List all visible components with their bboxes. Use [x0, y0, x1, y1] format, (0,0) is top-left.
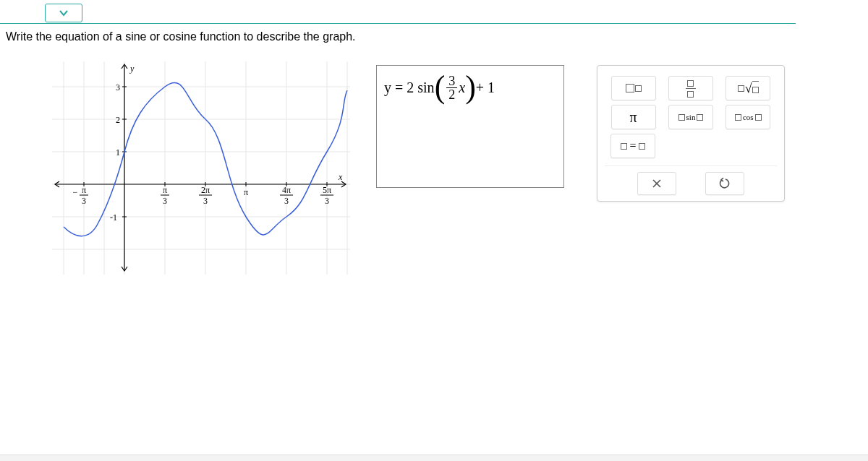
- svg-text:-1: -1: [110, 212, 117, 223]
- svg-text:π: π: [244, 187, 248, 197]
- svg-text:3: 3: [284, 196, 289, 206]
- accordion-toggle[interactable]: [45, 4, 82, 22]
- fraction-button[interactable]: [668, 76, 713, 100]
- math-toolbox: √ π sin cos =: [597, 65, 785, 202]
- instruction-text: Write the equation of a sine or cosine f…: [6, 30, 356, 43]
- eq-prefix: y = 2 sin: [384, 79, 435, 96]
- svg-text:2π: 2π: [201, 185, 210, 195]
- svg-text:3: 3: [82, 196, 86, 206]
- svg-text:3: 3: [163, 196, 167, 206]
- cos-button[interactable]: cos: [726, 105, 770, 129]
- bottom-scrollbar[interactable]: [0, 454, 868, 461]
- section-divider: [0, 23, 796, 24]
- svg-text:π: π: [82, 185, 86, 195]
- exponent-button[interactable]: [611, 76, 656, 100]
- left-paren: (: [435, 72, 446, 103]
- right-paren: ): [465, 72, 476, 103]
- pi-button[interactable]: π: [611, 105, 656, 129]
- sqrt-button[interactable]: √: [726, 76, 770, 100]
- svg-text:4π: 4π: [282, 185, 291, 195]
- close-icon: [652, 178, 662, 189]
- svg-text:3: 3: [325, 196, 329, 206]
- svg-text:2: 2: [116, 115, 120, 125]
- svg-text:3: 3: [203, 196, 208, 206]
- undo-icon: [719, 178, 731, 189]
- undo-button[interactable]: [705, 172, 744, 195]
- chevron-down-icon: [58, 7, 69, 19]
- svg-text:1: 1: [116, 147, 120, 158]
- fraction-den: 2: [446, 88, 457, 101]
- svg-text:π: π: [163, 185, 167, 195]
- svg-text:5π: 5π: [323, 185, 331, 195]
- graph-plot: y x 3 2 1 -1 − π 3: [52, 61, 350, 275]
- answer-input-area[interactable]: y = 2 sin ( 3 2 x ) + 1: [376, 65, 564, 188]
- variable-x: x: [459, 79, 465, 96]
- svg-text:−: −: [73, 187, 78, 197]
- equals-button[interactable]: =: [610, 134, 655, 158]
- svg-text:y: y: [129, 64, 135, 74]
- fraction-num: 3: [446, 74, 457, 87]
- svg-text:x: x: [338, 172, 343, 182]
- fraction: 3 2: [446, 74, 457, 101]
- sin-button[interactable]: sin: [668, 105, 713, 129]
- equation-display: y = 2 sin ( 3 2 x ) + 1: [384, 72, 556, 103]
- svg-text:3: 3: [116, 82, 120, 92]
- eq-suffix: + 1: [476, 79, 495, 96]
- clear-button[interactable]: [637, 172, 676, 195]
